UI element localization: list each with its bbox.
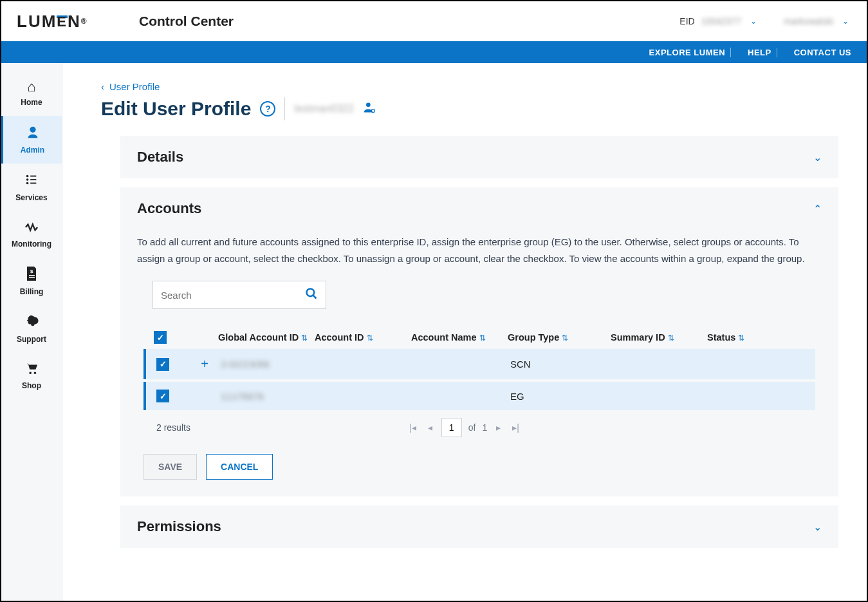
svg-point-14 (307, 288, 315, 296)
admin-icon (26, 125, 40, 143)
breadcrumb-link[interactable]: User Profile (109, 81, 160, 92)
search-input[interactable] (161, 290, 305, 301)
svg-point-3 (26, 178, 29, 181)
services-icon (24, 173, 39, 191)
help-icon[interactable]: ? (260, 101, 275, 117)
cell-global-account-id: 2-GCCKR6 (221, 359, 317, 370)
svg-rect-6 (30, 183, 36, 184)
results-count: 2 results (156, 422, 190, 433)
main-content: ‹ User Profile Edit User Profile ? testm… (62, 63, 867, 601)
eid-selector[interactable]: EID 10042377 ⌄ markowalski ⌄ (679, 16, 851, 26)
svg-rect-2 (30, 176, 36, 177)
svg-point-0 (30, 127, 35, 133)
pager-next-button[interactable]: ▸ (494, 421, 503, 434)
app-title: Control Center (139, 14, 234, 29)
pager-of-label: of (468, 422, 476, 433)
table-row: ✓ + 2-GCCKR6 SCN (143, 349, 815, 379)
sidebar-item-label: Home (21, 98, 42, 107)
sort-icon: ⇅ (668, 334, 674, 343)
sidebar-item-services[interactable]: Services (1, 164, 62, 211)
eid-label: EID (679, 16, 694, 26)
home-icon: ⌂ (27, 79, 35, 95)
panel-details-header[interactable]: Details ⌄ (120, 136, 838, 178)
expand-row-button[interactable]: + (189, 357, 221, 372)
user-settings-icon[interactable] (363, 101, 376, 117)
support-icon (24, 314, 39, 332)
page-title-row: Edit User Profile ? testman0322 (101, 97, 838, 120)
search-box[interactable] (152, 281, 326, 309)
sidebar-item-monitoring[interactable]: Monitoring (1, 211, 62, 258)
svg-point-12 (366, 102, 371, 107)
row-checkbox[interactable]: ✓ (156, 390, 169, 402)
col-account-name[interactable]: Account Name⇅ (411, 332, 508, 343)
col-global-account-id[interactable]: Global Account ID⇅ (218, 332, 315, 343)
panel-accounts: Accounts ⌃ To add all current and future… (120, 187, 838, 496)
explore-lumen-link[interactable]: EXPLORE LUMEN (644, 48, 731, 57)
sort-icon: ⇅ (738, 334, 744, 343)
sidebar-item-label: Admin (21, 146, 44, 155)
accounts-table: ✓ Global Account ID⇅ Account ID⇅ Account… (143, 325, 815, 437)
col-group-type[interactable]: Group Type⇅ (508, 332, 611, 343)
chevron-up-icon: ⌃ (813, 203, 822, 215)
pager-current-input[interactable] (441, 418, 462, 437)
svg-point-10 (29, 372, 32, 374)
svg-line-15 (313, 295, 317, 298)
svg-point-11 (34, 372, 37, 374)
sidebar-item-label: Billing (20, 287, 44, 296)
svg-rect-8 (29, 275, 35, 276)
cell-group-type: EG (510, 391, 613, 402)
panel-details: Details ⌄ (120, 136, 838, 178)
table-header: ✓ Global Account ID⇅ Account ID⇅ Account… (143, 325, 815, 349)
sort-icon: ⇅ (562, 334, 568, 343)
col-status[interactable]: Status⇅ (707, 332, 784, 343)
search-icon[interactable] (305, 287, 318, 303)
col-account-id[interactable]: Account ID⇅ (315, 332, 411, 343)
table-footer: 2 results |◂ ◂ of 1 ▸ ▸| (143, 418, 815, 437)
col-summary-id[interactable]: Summary ID⇅ (611, 332, 707, 343)
panel-description: To add all current and future accounts a… (137, 234, 822, 267)
help-link[interactable]: HELP (743, 48, 777, 57)
cell-group-type: SCN (510, 359, 613, 370)
sidebar-item-label: Services (15, 193, 47, 202)
panel-title: Permissions (137, 518, 221, 535)
sidebar-item-home[interactable]: ⌂ Home (1, 70, 62, 116)
pager-total-pages: 1 (482, 422, 487, 433)
sidebar-item-label: Shop (22, 381, 41, 390)
panel-permissions-header[interactable]: Permissions ⌄ (120, 505, 838, 548)
checkbox-select-all[interactable]: ✓ (154, 331, 167, 344)
action-row: SAVE CANCEL (143, 454, 822, 480)
sidebar-item-billing[interactable]: $ Billing (1, 258, 62, 305)
profile-username: testman0322 (294, 103, 354, 115)
sort-icon: ⇅ (301, 334, 308, 343)
cancel-button[interactable]: CANCEL (206, 454, 273, 480)
divider (284, 97, 285, 120)
username: markowalski (784, 16, 833, 26)
chevron-down-icon[interactable]: ⌄ (840, 17, 851, 26)
cell-global-account-id: 11175676 (221, 391, 317, 402)
row-checkbox[interactable]: ✓ (156, 358, 169, 371)
chevron-left-icon: ‹ (101, 81, 104, 92)
svg-rect-9 (29, 277, 35, 278)
sidebar-item-admin[interactable]: Admin (1, 116, 62, 164)
panel-title: Details (137, 149, 183, 165)
sidebar: ⌂ Home Admin Services Monitoring $ Bill (1, 63, 62, 601)
chevron-down-icon: ⌄ (813, 521, 822, 533)
panel-title: Accounts (137, 200, 201, 217)
svg-rect-4 (30, 179, 36, 180)
contact-us-link[interactable]: CONTACT US (789, 48, 851, 57)
sidebar-item-shop[interactable]: Shop (1, 353, 62, 399)
chevron-down-icon: ⌄ (813, 151, 822, 164)
shop-icon (24, 362, 39, 379)
breadcrumb[interactable]: ‹ User Profile (101, 81, 838, 92)
page-title: Edit User Profile (101, 98, 251, 120)
save-button[interactable]: SAVE (143, 454, 197, 480)
pager-first-button[interactable]: |◂ (407, 421, 419, 434)
chevron-down-icon[interactable]: ⌄ (748, 17, 759, 26)
sort-icon: ⇅ (367, 334, 373, 343)
panel-accounts-header[interactable]: Accounts ⌃ (120, 187, 838, 230)
sidebar-item-support[interactable]: Support (1, 305, 62, 353)
billing-icon: $ (25, 267, 38, 285)
pager-prev-button[interactable]: ◂ (425, 421, 435, 434)
logo[interactable]: LUMEN® (17, 12, 139, 32)
pager-last-button[interactable]: ▸| (510, 421, 522, 434)
